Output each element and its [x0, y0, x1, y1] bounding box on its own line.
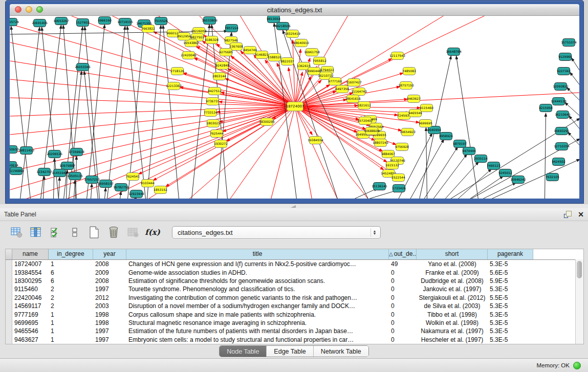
column-header-title[interactable]: title [126, 249, 389, 259]
graph-node[interactable]: 6879197 [453, 140, 467, 148]
close-panel-icon[interactable]: ✕ [578, 211, 584, 218]
graph-node[interactable]: 1615132 [385, 162, 399, 169]
graph-node[interactable]: 15751074 [561, 39, 577, 47]
cell-short[interactable]: Dudbridge et al. (2008) [417, 277, 488, 285]
graph-node[interactable]: 18325419 [285, 30, 300, 38]
graph-node[interactable]: 7857224 [225, 25, 238, 32]
graph-node[interactable]: 16782759 [113, 184, 129, 191]
graph-node[interactable]: 16648784 [446, 48, 462, 56]
graph-node[interactable]: 2803144 [212, 73, 226, 80]
cell-year[interactable]: 1998 [93, 319, 126, 326]
cell-year[interactable]: 2003 [93, 302, 126, 310]
table-row[interactable]: 911546021997Tourette syndrome. Phenomeno… [6, 285, 583, 293]
black-edge[interactable] [91, 184, 92, 199]
graph-node[interactable]: 22420046 [181, 52, 197, 59]
red-edge[interactable] [293, 40, 295, 106]
cell-year[interactable]: 2008 [93, 277, 126, 285]
graph-node[interactable]: 10688609 [364, 127, 380, 135]
table-select-dropdown[interactable]: citations_edges.txt ▲▼ [172, 226, 381, 239]
column-header-out_degree[interactable]: △out_de... [389, 249, 417, 259]
graph-node[interactable]: 13505135 [67, 172, 83, 180]
table-row[interactable]: 977716911998Corpus callosum shape and si… [6, 310, 583, 318]
red-edge[interactable] [225, 78, 295, 106]
black-edge[interactable] [570, 72, 580, 85]
graph-node[interactable]: 16961758 [304, 49, 320, 56]
black-edge[interactable] [568, 132, 580, 146]
table-row[interactable]: 1456911722003Disruption of a novel membe… [6, 302, 583, 310]
cell-in_degree[interactable]: 1 [49, 311, 93, 318]
graph-node[interactable]: 9424502 [552, 158, 565, 166]
graph-node[interactable]: 9465546 [408, 110, 422, 117]
graph-node[interactable]: 12117543 [389, 52, 405, 60]
cell-pagerank[interactable]: 5.3E-5 [488, 286, 533, 293]
black-edge[interactable] [43, 176, 45, 199]
cell-title[interactable]: Estimation of the future numbers of pati… [126, 327, 389, 335]
black-edge[interactable] [217, 32, 232, 199]
cell-title[interactable]: Structural magnetic resonance image aver… [126, 319, 389, 326]
network-canvas[interactable]: 2405572420691406106532671527602696616010… [10, 16, 579, 199]
graph-node[interactable]: 8822037 [280, 58, 294, 65]
table-row[interactable]: 2242004622012Investigating the contribut… [6, 294, 583, 302]
graph-node[interactable]: 7625444 [210, 130, 224, 138]
network-window-titlebar[interactable]: citations_edges.txt [10, 4, 579, 16]
graph-node[interactable]: 8186328 [205, 36, 219, 44]
cell-title[interactable]: Changes of HCN gene expression and I(f) … [126, 260, 389, 268]
cell-short[interactable]: Wolkin et al. (1998) [417, 319, 488, 326]
graph-node[interactable]: 1821612 [357, 102, 371, 110]
graph-node[interactable]: 11164743 [351, 88, 367, 96]
table-row[interactable]: 969969511998Structural magnetic resonanc… [6, 319, 583, 327]
column-header-name[interactable]: name [12, 249, 49, 259]
cell-short[interactable]: Stergiakouli et al. (2012) [417, 294, 488, 301]
black-edge[interactable] [54, 158, 55, 199]
cell-year[interactable]: 1997 [93, 327, 126, 335]
tab-network-table[interactable]: Network Table [314, 346, 368, 357]
graph-node[interactable]: 17359928 [69, 148, 84, 156]
red-edge[interactable] [10, 24, 295, 106]
graph-node[interactable]: 9777169 [328, 78, 342, 85]
table-row[interactable]: 1938455462009Genome-wide association stu… [6, 268, 583, 276]
graph-node[interactable]: 8958924 [439, 133, 453, 140]
graph-node[interactable]: 12710354 [554, 143, 570, 150]
cell-name[interactable]: 9777169 [12, 311, 49, 318]
graph-node[interactable]: 12342757 [36, 168, 52, 176]
graph-node[interactable]: 9245012 [498, 169, 512, 177]
graph-node[interactable]: 7624541 [126, 173, 140, 181]
red-edge[interactable] [10, 106, 295, 116]
cell-in_degree[interactable]: 2 [49, 294, 93, 301]
cell-out_degree[interactable]: 0 [389, 336, 417, 343]
red-edge[interactable] [10, 106, 295, 190]
graph-node[interactable]: 7663822 [141, 25, 155, 33]
network-graph[interactable]: 2405572420691406106532671527602696616010… [10, 16, 579, 199]
graph-node[interactable]: 8912954 [177, 33, 191, 40]
table-settings-icon[interactable] [9, 225, 24, 239]
cell-name[interactable]: 9699695 [12, 319, 49, 326]
graph-node[interactable]: 24055724 [10, 18, 19, 26]
cell-name[interactable]: 9115460 [12, 286, 49, 293]
close-window-button[interactable] [15, 6, 21, 13]
cell-in_degree[interactable]: 2 [49, 286, 93, 293]
graph-node[interactable]: 1733426 [392, 185, 406, 192]
cell-name[interactable]: 19384554 [12, 269, 49, 276]
black-edge[interactable] [569, 116, 580, 129]
graph-node[interactable]: 1588520 [268, 54, 281, 61]
tab-node-table[interactable]: Node Table [220, 346, 267, 357]
black-edge[interactable] [470, 176, 504, 199]
cell-title[interactable]: Investigating the contribution of common… [126, 294, 389, 301]
cell-pagerank[interactable]: 5.3E-5 [488, 260, 533, 268]
cell-out_degree[interactable]: 0 [389, 294, 417, 301]
graph-node[interactable]: 26053346 [75, 63, 91, 71]
graph-node[interactable]: 9736731 [206, 98, 220, 105]
cell-title[interactable]: Corpus callosum shape and size in male p… [126, 311, 389, 318]
function-builder-icon[interactable]: f(x) [145, 225, 160, 239]
cell-pagerank[interactable]: 5.9E-5 [488, 277, 533, 285]
table-row[interactable]: 946362711997Embryonic stem cells: a mode… [6, 336, 583, 344]
cell-short[interactable]: Franke et al. (2009) [417, 269, 488, 276]
graph-node[interactable]: 1527602 [76, 19, 90, 27]
cell-name[interactable]: 9465546 [12, 327, 49, 335]
graph-node[interactable]: 12923448 [128, 190, 144, 198]
graph-node[interactable]: 10975887 [59, 162, 75, 170]
scrollbar-thumb[interactable] [577, 261, 582, 278]
graph-node[interactable]: 2718126 [170, 68, 184, 75]
tab-edge-table[interactable]: Edge Table [267, 346, 313, 357]
graph-node[interactable]: 7485083 [402, 68, 416, 75]
